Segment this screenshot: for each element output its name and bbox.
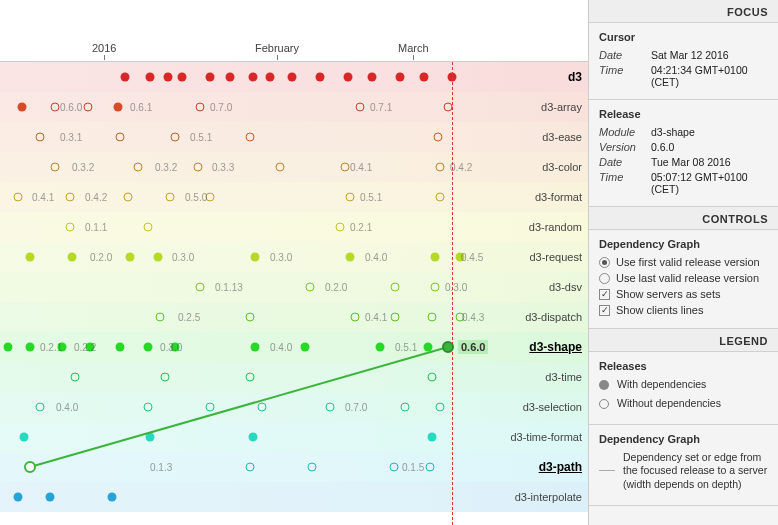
release-dot[interactable] [426,463,435,472]
release-dot[interactable] [301,343,310,352]
release-dot[interactable] [390,463,399,472]
opt-first-valid[interactable]: Use first valid release version [599,256,768,268]
module-label[interactable]: d3-random [529,221,582,233]
release-dot[interactable] [154,253,163,262]
module-label[interactable]: d3-array [541,101,582,113]
release-dot[interactable] [396,73,405,82]
release-dot[interactable] [124,193,133,202]
release-dot[interactable] [326,403,335,412]
release-dot[interactable] [341,163,350,172]
release-dot[interactable] [108,493,117,502]
release-dot[interactable] [391,283,400,292]
release-dot[interactable] [246,463,255,472]
module-label[interactable]: d3-ease [542,131,582,143]
release-dot[interactable] [144,403,153,412]
release-dot[interactable] [66,223,75,232]
release-dot[interactable] [51,103,60,112]
release-dot[interactable] [66,193,75,202]
release-dot[interactable] [161,373,170,382]
release-dot[interactable] [424,343,433,352]
release-dot[interactable] [20,433,29,442]
release-dot[interactable] [346,253,355,262]
release-dot[interactable] [146,73,155,82]
release-dot[interactable] [266,73,275,82]
release-dot[interactable] [420,73,429,82]
release-dot[interactable] [368,73,377,82]
module-label[interactable]: d3-time [545,371,582,383]
release-dot[interactable] [121,73,130,82]
release-dot[interactable] [71,373,80,382]
release-dot[interactable] [146,433,155,442]
release-dot[interactable] [18,103,27,112]
module-label[interactable]: d3-shape [529,340,582,354]
release-dot[interactable] [456,313,465,322]
release-dot[interactable] [84,103,93,112]
release-dot[interactable] [251,343,260,352]
release-dot[interactable] [391,313,400,322]
release-dot[interactable] [134,163,143,172]
release-dot[interactable] [156,313,165,322]
release-dot[interactable] [14,493,23,502]
module-label[interactable]: d3-time-format [510,431,582,443]
release-dot[interactable] [351,313,360,322]
release-dot[interactable] [194,163,203,172]
opt-last-valid[interactable]: Use last valid release version [599,272,768,284]
module-label[interactable]: d3-interpolate [515,491,582,503]
release-dot[interactable] [86,343,95,352]
release-dot[interactable] [206,403,215,412]
release-dot[interactable] [288,73,297,82]
release-dot[interactable] [376,343,385,352]
release-dot[interactable] [436,403,445,412]
release-dot[interactable] [144,343,153,352]
release-dot[interactable] [196,283,205,292]
release-dot[interactable] [346,193,355,202]
release-dot[interactable] [116,343,125,352]
release-dot[interactable] [258,403,267,412]
release-dot[interactable] [456,253,465,262]
release-dot[interactable] [36,403,45,412]
release-dot[interactable] [36,133,45,142]
release-dot[interactable] [246,373,255,382]
release-dot[interactable] [114,103,123,112]
release-dot[interactable] [116,133,125,142]
module-label[interactable]: d3-color [542,161,582,173]
release-dot[interactable] [171,343,180,352]
opt-show-servers[interactable]: Show servers as sets [599,288,768,300]
release-dot[interactable] [126,253,135,262]
release-dot[interactable] [251,253,260,262]
module-label[interactable]: d3 [568,70,582,84]
release-dot[interactable] [428,433,437,442]
release-dot[interactable] [166,193,175,202]
release-dot[interactable] [26,463,35,472]
release-dot[interactable] [46,493,55,502]
release-dot[interactable] [306,283,315,292]
release-dot[interactable] [431,283,440,292]
release-dot[interactable] [196,103,205,112]
release-dot[interactable] [206,193,215,202]
release-dot[interactable] [249,73,258,82]
module-label[interactable]: d3-dispatch [525,311,582,323]
module-label[interactable]: d3-format [535,191,582,203]
release-dot[interactable] [436,193,445,202]
release-dot[interactable] [308,463,317,472]
release-dot[interactable] [276,163,285,172]
release-dot[interactable] [144,223,153,232]
release-dot[interactable] [58,343,67,352]
release-dot[interactable] [206,73,215,82]
release-dot[interactable] [316,73,325,82]
release-dot[interactable] [246,313,255,322]
release-dot[interactable] [164,73,173,82]
release-dot[interactable] [249,433,258,442]
release-dot[interactable] [434,133,443,142]
release-dot[interactable] [344,73,353,82]
module-label[interactable]: d3-path [539,460,582,474]
release-dot[interactable] [26,343,35,352]
release-dot[interactable] [51,163,60,172]
release-dot[interactable] [26,253,35,262]
release-dot[interactable] [436,163,445,172]
opt-show-clients[interactable]: Show clients lines [599,304,768,316]
release-dot[interactable] [178,73,187,82]
release-dot[interactable] [431,253,440,262]
release-dot[interactable] [68,253,77,262]
module-label[interactable]: d3-dsv [549,281,582,293]
